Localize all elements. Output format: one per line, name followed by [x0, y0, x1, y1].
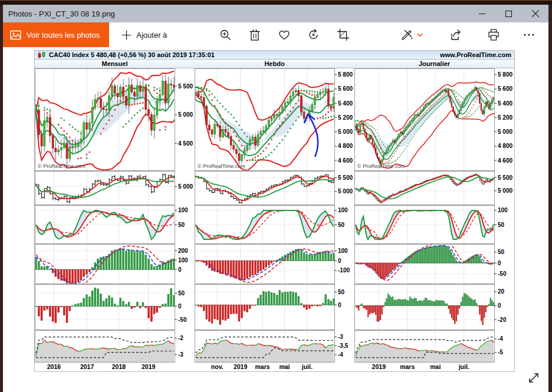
svg-text:5 000: 5 000 [338, 188, 353, 195]
edit-create-button[interactable] [393, 22, 431, 47]
x-tick-label: mai [430, 363, 441, 370]
window-title: Photos - PXI_CT_30 08 19.png [3, 9, 469, 18]
hebdo-price-panel: © ProRealTime.com5 8005 6005 4005 2005 0… [195, 68, 354, 171]
window-controls [469, 5, 548, 22]
rotate-button[interactable] [299, 22, 328, 47]
favorite-button[interactable] [270, 22, 299, 47]
svg-text:5 400: 5 400 [338, 100, 353, 107]
hebdo-x-axis: nov.2019marsmaijuil. [195, 363, 354, 372]
chart-image: CAC40 Index 5 480,48 (+0,56 %) 30 août 2… [34, 50, 515, 372]
svg-text:50: 50 [178, 290, 185, 297]
svg-text:0: 0 [498, 260, 501, 266]
x-tick-label: 2018 [112, 363, 126, 370]
mensuel-x-axis: 2016201720182019 [35, 363, 195, 372]
x-tick-label: 2019 [234, 363, 247, 370]
svg-text:0: 0 [338, 302, 341, 308]
journalier-stochastic-panel: 10050 [354, 205, 514, 244]
x-tick-label: juil. [459, 363, 469, 370]
journalier-barchart-panel: 5 5005 000 [354, 171, 514, 205]
close-button[interactable] [522, 5, 548, 22]
rotate-icon [308, 29, 320, 41]
toolbar-spacer [358, 22, 393, 47]
svg-text:50: 50 [338, 289, 345, 295]
x-tick-label: 2016 [47, 363, 61, 370]
journalier-price-panel: © ProRealTime.com5 8005 6005 4005 2005 0… [354, 68, 514, 171]
column-mensuel: Mensuel © ProRealTime.com5 5005 0004 500… [35, 60, 195, 372]
toolbar-spacer [175, 22, 210, 47]
svg-text:200: 200 [178, 248, 188, 254]
hebdo-momentum-panel: 500 [195, 284, 354, 330]
svg-text:5 500: 5 500 [338, 174, 353, 181]
svg-text:50: 50 [498, 222, 505, 228]
svg-text:5 800: 5 800 [338, 71, 353, 78]
print-icon [488, 29, 500, 41]
close-icon [532, 10, 539, 17]
share-icon [450, 29, 462, 41]
photo-viewer[interactable]: CAC40 Index 5 480,48 (+0,56 %) 30 août 2… [3, 47, 548, 392]
column-hebdo: Hebdo © ProRealTime.com5 8005 6005 4005 … [195, 60, 354, 372]
svg-text:5 200: 5 200 [338, 114, 353, 121]
svg-text:4 800: 4 800 [498, 143, 512, 149]
add-to-label: Ajouter à [136, 31, 167, 39]
zoom-button[interactable] [211, 22, 240, 47]
print-button[interactable] [479, 22, 508, 47]
journalier-x-axis: 2019marsmaijuil. [354, 363, 514, 372]
svg-text:50: 50 [178, 222, 185, 228]
desktop-edge [0, 0, 552, 5]
x-tick-label: juil. [302, 363, 313, 370]
fullscreen-button[interactable] [527, 371, 541, 385]
maximize-icon [505, 11, 512, 17]
provider-link: www.ProRealTime.com [440, 51, 514, 58]
see-all-photos-label: Voir toutes les photos [27, 31, 100, 39]
journalier-momentum-panel: 200-20 [354, 284, 514, 330]
svg-text:0: 0 [338, 258, 341, 264]
column-title-journalier: Journalier [354, 60, 514, 68]
x-tick-label: 2019 [372, 363, 386, 370]
x-tick-label: 2019 [142, 363, 155, 370]
svg-text:-20: -20 [498, 317, 507, 323]
hebdo-stochastic-panel: 10050 [195, 205, 354, 244]
svg-text:5 400: 5 400 [498, 100, 512, 107]
svg-text:-2: -2 [178, 335, 183, 341]
minimize-button[interactable] [469, 5, 495, 22]
see-all-photos-button[interactable]: Voir toutes les photos [3, 22, 109, 47]
svg-text:50: 50 [338, 222, 345, 228]
titlebar[interactable]: Photos - PXI_CT_30 08 19.png [3, 5, 548, 22]
chevron-down-icon [417, 33, 423, 37]
toolbar-group-view [211, 22, 358, 47]
x-tick-label: mars [400, 363, 415, 370]
svg-text:-50: -50 [178, 317, 187, 323]
delete-icon [249, 29, 260, 41]
photos-icon [10, 30, 21, 40]
maximize-button[interactable] [495, 5, 522, 22]
toolbar-group-actions [393, 22, 548, 47]
column-journalier: Journalier © ProRealTime.com5 8005 6005 … [354, 60, 514, 372]
svg-text:-3: -3 [338, 334, 343, 340]
svg-text:-4: -4 [498, 335, 503, 342]
svg-text:5 000: 5 000 [338, 129, 353, 135]
svg-text:5 200: 5 200 [498, 114, 512, 121]
svg-text:4 600: 4 600 [338, 157, 353, 164]
hebdo-macd-panel: 1000-100 [195, 244, 354, 284]
svg-text:5 000: 5 000 [498, 129, 512, 135]
more-button[interactable] [514, 22, 544, 47]
mensuel-price-panel: © ProRealTime.com5 5005 0004 500 [35, 68, 195, 171]
svg-text:-3: -3 [178, 351, 183, 358]
journalier-trend-panel: -4-5 [354, 330, 514, 363]
x-tick-label: nov. [211, 363, 224, 370]
svg-text:5 500: 5 500 [178, 83, 193, 90]
column-title-mensuel: Mensuel [35, 60, 195, 68]
photos-window: Photos - PXI_CT_30 08 19.png Voir toutes… [3, 5, 548, 392]
share-button[interactable] [441, 22, 471, 47]
journalier-macd-panel: 500-50 [354, 244, 514, 284]
add-to-button[interactable]: Ajouter à [114, 22, 175, 47]
svg-text:0: 0 [178, 266, 182, 273]
crop-button[interactable] [328, 22, 358, 47]
toolbar: Voir toutes les photos Ajouter à [3, 22, 548, 47]
svg-text:4 800: 4 800 [338, 143, 353, 149]
x-tick-label: 2017 [80, 363, 94, 370]
svg-text:20: 20 [498, 288, 505, 295]
delete-button[interactable] [240, 22, 270, 47]
svg-text:© ProRealTime.com: © ProRealTime.com [198, 163, 245, 169]
more-icon [523, 33, 535, 37]
